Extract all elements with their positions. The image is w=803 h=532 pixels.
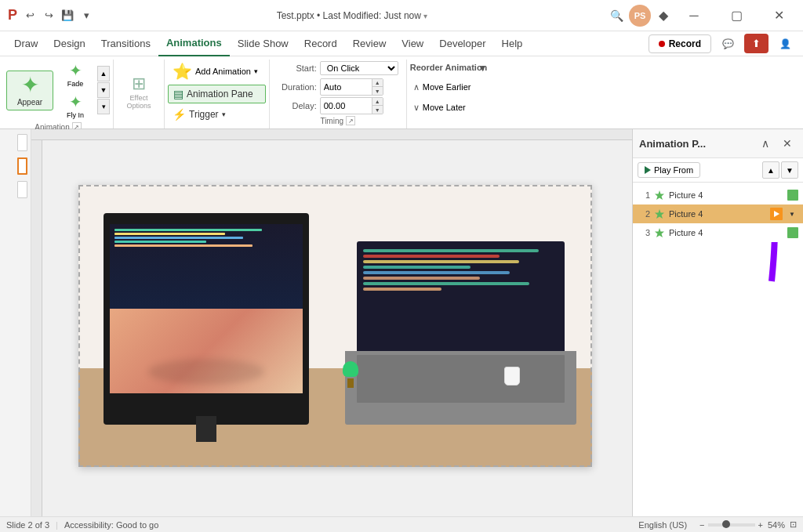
timing-start-select[interactable]: On Click With Previous After Previous (320, 61, 398, 75)
advanced-animation-group: ⭐ Add Animation ▾ ▤ Animation Pane ⚡ Tri… (165, 60, 270, 128)
animation-pane-button[interactable]: ▤ Animation Pane (168, 85, 266, 103)
scroll-down-button[interactable]: ▼ (97, 82, 110, 98)
tab-animations[interactable]: Animations (158, 31, 230, 56)
canvas-area (31, 129, 632, 516)
tab-view[interactable]: View (394, 31, 431, 56)
pane-close-button[interactable]: ✕ (778, 134, 797, 153)
reorder-expand-icon[interactable]: ▼ (478, 63, 487, 74)
timing-duration-label: Duration: (278, 82, 317, 92)
share-button[interactable]: ⬆ (744, 34, 768, 53)
slide-thumb-3[interactable] (17, 181, 27, 198)
ribbon-right-actions: Record 💬 ⬆ 👤 (649, 32, 797, 56)
anim-item-3-square (787, 227, 798, 238)
timing-expand-button[interactable]: ↗ (346, 116, 355, 125)
ribbon: Draw Design Transitions Animations Slide… (0, 31, 803, 129)
chat-button[interactable]: 💬 (716, 32, 739, 56)
flyin-button[interactable]: ✦ Fly In (56, 91, 94, 121)
anim-item-2-dropdown[interactable]: ▼ (786, 208, 798, 220)
move-later-button[interactable]: ∨ Move Later (410, 99, 469, 116)
code-line-2 (114, 233, 225, 235)
tab-draw[interactable]: Draw (6, 31, 45, 56)
effect-options-group: ⊞ Effect Options (114, 60, 165, 128)
scroll-more-button[interactable]: ▾ (97, 99, 110, 114)
zoom-out-button[interactable]: − (699, 520, 704, 530)
horizontal-ruler (31, 129, 632, 140)
duration-up-button[interactable]: ▲ (372, 79, 383, 87)
slide-thumb-1[interactable] (17, 134, 27, 151)
monitor-screen (110, 224, 303, 393)
anim-list-item-1[interactable]: 1 Picture 4 (633, 186, 803, 204)
presenter-button[interactable]: 👤 (773, 32, 797, 56)
flyin-icon: ✦ (69, 92, 82, 111)
language-status: English (US) (638, 520, 687, 530)
tab-record[interactable]: Record (296, 31, 345, 56)
play-from-button[interactable]: Play From (638, 162, 700, 178)
svg-marker-0 (655, 190, 664, 200)
anim-mini-list: ✦ Fade ✦ Fly In (56, 60, 94, 121)
plant-pot (347, 378, 354, 388)
tab-review[interactable]: Review (345, 31, 394, 56)
star-icon-2 (654, 208, 665, 219)
duration-down-button[interactable]: ▼ (372, 87, 383, 95)
tab-transitions[interactable]: Transitions (93, 31, 158, 56)
undo-button[interactable]: ↩ (22, 8, 38, 24)
delay-down-button[interactable]: ▼ (372, 106, 383, 114)
diamond-icon[interactable]: ◆ (657, 9, 670, 22)
effect-options-button[interactable]: ⊞ Effect Options (117, 71, 161, 113)
animation-scroll: ▲ ▼ ▾ (97, 66, 110, 114)
minimize-button[interactable]: ─ (676, 3, 712, 28)
anim-item-2-num: 2 (638, 209, 650, 219)
search-icon[interactable]: 🔍 (610, 9, 623, 22)
slide-canvas[interactable] (78, 185, 592, 467)
move-earlier-button[interactable]: ∧ Move Earlier (410, 78, 474, 96)
add-animation-button[interactable]: ⭐ Add Animation ▾ (168, 60, 266, 83)
animation-pane-icon: ▤ (173, 88, 183, 100)
redo-button[interactable]: ↪ (41, 8, 56, 24)
pane-move-up-button[interactable]: ▲ (762, 161, 779, 179)
effect-options-label: Effect Options (122, 94, 156, 110)
effect-options-content: ⊞ Effect Options (117, 60, 161, 124)
slide-thumb-2[interactable] (17, 157, 27, 175)
slide-3-container: 3 (3, 181, 27, 198)
fade-icon: ✦ (69, 61, 82, 80)
vertical-ruler (31, 129, 42, 516)
delay-up-button[interactable]: ▲ (372, 98, 383, 106)
tab-design[interactable]: Design (45, 31, 93, 56)
anim-list-item-2[interactable]: 2 Picture 4 ▼ (633, 204, 803, 223)
user-avatar[interactable]: PS (629, 5, 651, 27)
trigger-button[interactable]: ⚡ Trigger ▾ (168, 105, 266, 124)
zoom-slider-thumb[interactable] (722, 520, 730, 528)
timing-duration-input[interactable] (321, 81, 372, 92)
zoom-slider[interactable] (708, 523, 755, 527)
ribbon-tab-row: Draw Design Transitions Animations Slide… (0, 31, 803, 56)
laptop-base (345, 351, 576, 425)
quick-access-toolbar: P ↩ ↪ 💾 ▾ (6, 8, 94, 24)
fade-button[interactable]: ✦ Fade (56, 60, 94, 89)
timing-delay-input[interactable] (321, 100, 372, 111)
pane-collapse-button[interactable]: ∧ (756, 134, 775, 153)
customize-button[interactable]: ▾ (78, 8, 94, 24)
tab-slideshow[interactable]: Slide Show (230, 31, 296, 56)
fit-slide-button[interactable]: ⊡ (790, 519, 797, 530)
lcode-3 (363, 260, 519, 263)
zoom-in-button[interactable]: + (758, 520, 763, 530)
scroll-up-button[interactable]: ▲ (97, 66, 110, 81)
anim-item-2-play[interactable] (770, 208, 783, 220)
move-later-icon: ∨ (413, 103, 420, 113)
pane-move-down-button[interactable]: ▼ (781, 161, 798, 179)
record-button[interactable]: Record (649, 34, 711, 53)
appear-button[interactable]: ✦ Appear (6, 71, 53, 110)
save-button[interactable]: 💾 (60, 8, 75, 24)
appear-icon: ✦ (21, 74, 39, 96)
maximize-button[interactable]: ▢ (718, 3, 754, 28)
reorder-title: Reorder Animation (410, 63, 488, 72)
anim-list-item-3[interactable]: 3 Picture 4 (633, 223, 803, 242)
code-line-4 (114, 241, 206, 243)
effect-options-icon: ⊞ (132, 74, 146, 94)
tab-help[interactable]: Help (494, 31, 531, 56)
timing-group-content: Start: On Click With Previous After Prev… (273, 60, 403, 114)
lcode-2 (363, 255, 500, 258)
lcode-1 (363, 249, 539, 252)
close-button[interactable]: ✕ (761, 3, 797, 28)
tab-developer[interactable]: Developer (431, 31, 493, 56)
